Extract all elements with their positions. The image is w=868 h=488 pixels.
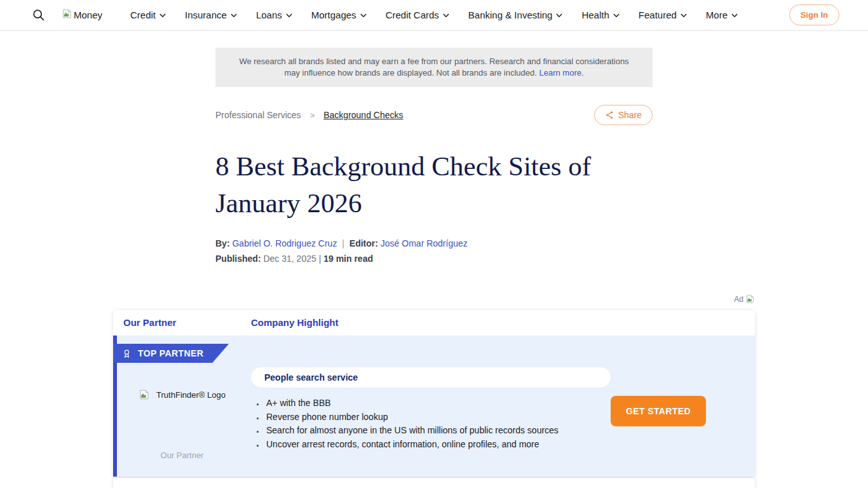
chevron-down-icon	[159, 12, 166, 18]
nav-item-label: Mortgages	[311, 10, 356, 20]
nav-item-label: Banking & Investing	[468, 10, 553, 20]
our-partner-header: Our Partner	[123, 317, 176, 328]
chevron-down-icon	[286, 12, 292, 18]
company-highlight-header: Company Highlight	[251, 317, 339, 328]
chevron-down-icon	[613, 12, 620, 18]
partner-card-header: Our Partner Company Highlight	[113, 310, 755, 336]
nav-item[interactable]: More	[706, 10, 738, 20]
nav-item-label: Health	[581, 10, 609, 20]
breadcrumb: Professional Services > Background Check…	[215, 110, 403, 120]
nav-item-label: Insurance	[185, 10, 227, 20]
nav-item-label: Credit	[130, 10, 156, 20]
broken-image-icon	[745, 294, 755, 304]
cta-cell: GET STARTED	[611, 336, 755, 477]
nav-item[interactable]: Mortgages	[311, 10, 367, 20]
top-partner-badge: TOP PARTNER	[113, 344, 229, 363]
chevron-down-icon	[681, 12, 687, 18]
nav-item-label: More	[706, 10, 728, 20]
nav-item[interactable]: Featured	[639, 10, 687, 20]
nav-item[interactable]: Credit	[130, 10, 166, 20]
top-partner-label: TOP PARTNER	[138, 348, 203, 358]
advertiser-disclosure: We research all brands listed and may ea…	[215, 48, 653, 87]
nav-item[interactable]: Credit Cards	[386, 10, 449, 20]
partner-caption: Our Partner	[161, 451, 204, 460]
primary-nav: Credit Insurance Loans Mortgages Credit …	[130, 10, 738, 20]
breadcrumb-separator-icon: >	[310, 111, 315, 120]
published-line: Published: Dec 31, 2025 | 19 min read	[215, 254, 653, 264]
bullet-item: A+ with the BBB	[265, 396, 611, 410]
breadcrumb-parent[interactable]: Professional Services	[215, 110, 301, 120]
chevron-down-icon	[731, 12, 738, 18]
nav-item-label: Credit Cards	[386, 10, 439, 20]
share-button[interactable]: Share	[594, 105, 653, 125]
company-highlight-cell: People search service A+ with the BBBRev…	[251, 336, 611, 477]
nav-item[interactable]: Insurance	[185, 10, 237, 20]
medal-icon	[122, 349, 132, 358]
highlight-bullets: A+ with the BBBReverse phone number look…	[265, 396, 611, 451]
top-nav-bar: Money Credit Insurance Loans Mortgages C…	[0, 0, 868, 30]
sign-in-button[interactable]: Sign In	[789, 4, 839, 25]
bullet-item: Reverse phone number lookup	[265, 410, 611, 424]
logo-alt-text: Money	[74, 10, 102, 20]
nav-item[interactable]: Banking & Investing	[468, 10, 563, 20]
chevron-down-icon	[231, 12, 237, 18]
bullet-item: Search for almost anyone in the US with …	[265, 424, 611, 438]
money-logo[interactable]: Money	[62, 8, 102, 22]
nav-item-label: Featured	[639, 10, 677, 20]
chevron-down-icon	[360, 12, 367, 18]
ad-slot: Ad	[113, 294, 755, 304]
author-link[interactable]: Gabriel O. Rodriguez Cruz	[232, 238, 337, 248]
next-partner-row-peek	[113, 478, 755, 488]
share-label: Share	[618, 110, 642, 120]
get-started-button[interactable]: GET STARTED	[611, 396, 706, 426]
read-time: 19 min read	[323, 254, 373, 264]
partner-logo-alt: TruthFinder® Logo	[156, 390, 226, 400]
top-partner-row: TOP PARTNER TruthFinder® Logo Our Partne…	[113, 336, 755, 477]
broken-image-icon	[62, 8, 72, 22]
byline: By: Gabriel O. Rodriguez Cruz | Editor: …	[215, 238, 653, 248]
share-icon	[605, 111, 614, 119]
broken-image-icon	[139, 389, 150, 400]
search-icon[interactable]	[32, 8, 45, 22]
nav-item[interactable]: Health	[581, 10, 619, 20]
learn-more-link[interactable]: Learn more	[539, 68, 581, 78]
partner-comparison-card: Our Partner Company Highlight TOP PARTNE…	[113, 310, 755, 477]
chevron-down-icon	[443, 12, 449, 18]
nav-item-label: Loans	[256, 10, 282, 20]
ad-label: Ad	[734, 295, 743, 304]
chevron-down-icon	[556, 12, 562, 18]
editor-link[interactable]: José Omar Rodríguez	[381, 238, 468, 248]
published-date: Dec 31, 2025	[263, 254, 316, 264]
bullet-item: Uncover arrest records, contact informat…	[265, 438, 611, 452]
page-title: 8 Best Background Check Sites of January…	[215, 148, 653, 222]
nav-item[interactable]: Loans	[256, 10, 292, 20]
highlight-pill: People search service	[251, 367, 611, 388]
breadcrumb-current[interactable]: Background Checks	[323, 110, 403, 120]
